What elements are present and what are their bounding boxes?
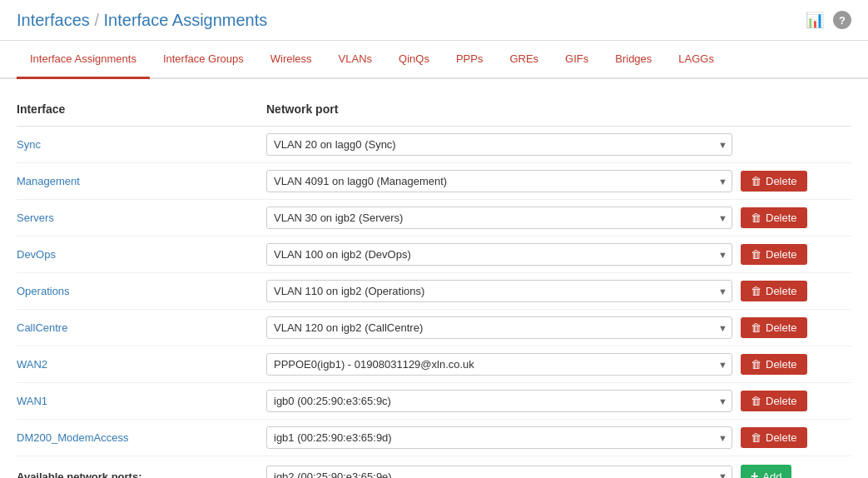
table-row: DM200_ModemAccessigb1 (00:25:90:e3:65:9d… bbox=[17, 420, 851, 456]
trash-icon: 🗑 bbox=[751, 431, 761, 444]
network-port-select-wrap: igb1 (00:25:90:e3:65:9d)▼ bbox=[266, 426, 732, 449]
interface-link[interactable]: Operations bbox=[17, 285, 266, 297]
main-content: Interface Network port SyncVLAN 20 on la… bbox=[0, 79, 868, 478]
interface-link[interactable]: DevOps bbox=[17, 248, 266, 261]
interface-link[interactable]: CallCentre bbox=[17, 321, 266, 334]
tab-laggs[interactable]: LAGGs bbox=[665, 41, 727, 79]
chart-icon[interactable]: 📊 bbox=[805, 10, 825, 30]
tab-interface-assignments[interactable]: Interface Assignments bbox=[17, 41, 150, 79]
tab-interface-groups[interactable]: Interface Groups bbox=[150, 41, 257, 79]
available-ports-select-wrap: igb2 (00:25:90:e3:65:9e) ▼ bbox=[266, 466, 732, 479]
table-row: WAN2PPPOE0(igb1) - 01908031129@xln.co.uk… bbox=[17, 346, 851, 383]
available-ports-label: Available network ports: bbox=[17, 471, 266, 479]
delete-label: Delete bbox=[766, 358, 797, 371]
delete-button[interactable]: 🗑Delete bbox=[741, 354, 807, 375]
network-cell: igb0 (00:25:90:e3:65:9c)▼🗑Delete bbox=[266, 390, 851, 412]
delete-label: Delete bbox=[766, 175, 797, 187]
available-ports-row: Available network ports: igb2 (00:25:90:… bbox=[17, 456, 851, 478]
network-cell: PPPOE0(igb1) - 01908031129@xln.co.uk▼🗑De… bbox=[266, 353, 851, 376]
tab-bar: Interface Assignments Interface Groups W… bbox=[0, 41, 868, 79]
interface-link[interactable]: Sync bbox=[17, 138, 266, 151]
network-port-select[interactable]: VLAN 100 on igb2 (DevOps) bbox=[266, 243, 732, 266]
help-icon[interactable]: ? bbox=[833, 11, 851, 29]
interface-link[interactable]: DM200_ModemAccess bbox=[17, 431, 266, 444]
add-button[interactable]: Add bbox=[741, 465, 791, 478]
breadcrumb-current: Interface Assignments bbox=[104, 11, 268, 29]
table-row: SyncVLAN 20 on lagg0 (Sync)▼ bbox=[17, 127, 851, 163]
table-header: Interface Network port bbox=[17, 96, 851, 127]
trash-icon: 🗑 bbox=[751, 358, 761, 371]
col-header-interface: Interface bbox=[17, 102, 266, 116]
network-port-select-wrap: igb0 (00:25:90:e3:65:9c)▼ bbox=[266, 390, 732, 412]
table-row: DevOpsVLAN 100 on igb2 (DevOps)▼🗑Delete bbox=[17, 237, 851, 273]
trash-icon: 🗑 bbox=[751, 175, 761, 187]
breadcrumb-base: Interfaces bbox=[17, 11, 90, 29]
table-row: ManagementVLAN 4091 on lagg0 (Management… bbox=[17, 163, 851, 200]
header-icons: 📊 ? bbox=[805, 10, 851, 30]
network-port-select-wrap: VLAN 4091 on lagg0 (Management)▼ bbox=[266, 170, 732, 192]
delete-label: Delete bbox=[766, 212, 797, 224]
col-header-network: Network port bbox=[266, 102, 851, 116]
delete-label: Delete bbox=[766, 248, 797, 261]
breadcrumb-separator: / bbox=[94, 11, 103, 29]
network-port-select[interactable]: PPPOE0(igb1) - 01908031129@xln.co.uk bbox=[266, 353, 732, 376]
tab-ppps[interactable]: PPPs bbox=[443, 41, 497, 79]
network-port-select-wrap: VLAN 30 on igb2 (Servers)▼ bbox=[266, 207, 732, 229]
tab-gres[interactable]: GREs bbox=[496, 41, 552, 79]
delete-button[interactable]: 🗑Delete bbox=[741, 317, 807, 338]
trash-icon: 🗑 bbox=[751, 285, 761, 297]
network-port-select[interactable]: VLAN 110 on igb2 (Operations) bbox=[266, 280, 732, 302]
interface-link[interactable]: Servers bbox=[17, 212, 266, 224]
network-port-select[interactable]: VLAN 4091 on lagg0 (Management) bbox=[266, 170, 732, 192]
delete-button[interactable]: 🗑Delete bbox=[741, 207, 807, 228]
delete-label: Delete bbox=[766, 321, 797, 334]
network-port-select-wrap: VLAN 20 on lagg0 (Sync)▼ bbox=[266, 133, 732, 156]
network-port-select[interactable]: igb1 (00:25:90:e3:65:9d) bbox=[266, 426, 732, 449]
network-cell: VLAN 20 on lagg0 (Sync)▼ bbox=[266, 133, 851, 156]
network-port-select[interactable]: VLAN 30 on igb2 (Servers) bbox=[266, 207, 732, 229]
network-cell: igb1 (00:25:90:e3:65:9d)▼🗑Delete bbox=[266, 426, 851, 449]
delete-button[interactable]: 🗑Delete bbox=[741, 171, 807, 192]
available-ports-select[interactable]: igb2 (00:25:90:e3:65:9e) bbox=[266, 466, 732, 479]
breadcrumb: Interfaces / Interface Assignments bbox=[17, 11, 267, 30]
table-row: OperationsVLAN 110 on igb2 (Operations)▼… bbox=[17, 273, 851, 310]
page-header: Interfaces / Interface Assignments 📊 ? bbox=[0, 0, 868, 41]
network-port-select-wrap: VLAN 110 on igb2 (Operations)▼ bbox=[266, 280, 732, 302]
trash-icon: 🗑 bbox=[751, 395, 761, 407]
network-port-select-wrap: VLAN 100 on igb2 (DevOps)▼ bbox=[266, 243, 732, 266]
delete-button[interactable]: 🗑Delete bbox=[741, 427, 807, 448]
delete-button[interactable]: 🗑Delete bbox=[741, 391, 807, 411]
trash-icon: 🗑 bbox=[751, 321, 761, 334]
network-port-select-wrap: VLAN 120 on igb2 (CallCentre)▼ bbox=[266, 316, 732, 339]
tab-qinqs[interactable]: QinQs bbox=[385, 41, 443, 79]
network-port-select[interactable]: VLAN 20 on lagg0 (Sync) bbox=[266, 133, 732, 156]
delete-button[interactable]: 🗑Delete bbox=[741, 281, 807, 301]
interface-link[interactable]: WAN2 bbox=[17, 358, 266, 371]
plus-icon bbox=[751, 469, 758, 478]
tab-vlans[interactable]: VLANs bbox=[325, 41, 385, 79]
network-cell: VLAN 100 on igb2 (DevOps)▼🗑Delete bbox=[266, 243, 851, 266]
network-cell: VLAN 30 on igb2 (Servers)▼🗑Delete bbox=[266, 207, 851, 229]
network-cell: VLAN 110 on igb2 (Operations)▼🗑Delete bbox=[266, 280, 851, 302]
table-row: WAN1igb0 (00:25:90:e3:65:9c)▼🗑Delete bbox=[17, 383, 851, 420]
tab-bridges[interactable]: Bridges bbox=[602, 41, 665, 79]
network-port-select[interactable]: VLAN 120 on igb2 (CallCentre) bbox=[266, 316, 732, 339]
network-cell: VLAN 120 on igb2 (CallCentre)▼🗑Delete bbox=[266, 316, 851, 339]
network-cell: VLAN 4091 on lagg0 (Management)▼🗑Delete bbox=[266, 170, 851, 192]
delete-button[interactable]: 🗑Delete bbox=[741, 244, 807, 265]
delete-label: Delete bbox=[766, 285, 797, 297]
interface-link[interactable]: Management bbox=[17, 175, 266, 187]
network-port-select[interactable]: igb0 (00:25:90:e3:65:9c) bbox=[266, 390, 732, 412]
table-row: ServersVLAN 30 on igb2 (Servers)▼🗑Delete bbox=[17, 200, 851, 237]
tab-gifs[interactable]: GIFs bbox=[552, 41, 602, 79]
trash-icon: 🗑 bbox=[751, 248, 761, 261]
delete-label: Delete bbox=[766, 395, 797, 407]
trash-icon: 🗑 bbox=[751, 212, 761, 224]
tab-wireless[interactable]: Wireless bbox=[257, 41, 325, 79]
add-label: Add bbox=[762, 471, 781, 479]
table-body: SyncVLAN 20 on lagg0 (Sync)▼ManagementVL… bbox=[17, 127, 851, 456]
network-port-select-wrap: PPPOE0(igb1) - 01908031129@xln.co.uk▼ bbox=[266, 353, 732, 376]
interface-link[interactable]: WAN1 bbox=[17, 395, 266, 407]
available-ports-cell: igb2 (00:25:90:e3:65:9e) ▼ Add bbox=[266, 465, 851, 478]
delete-label: Delete bbox=[766, 431, 797, 444]
